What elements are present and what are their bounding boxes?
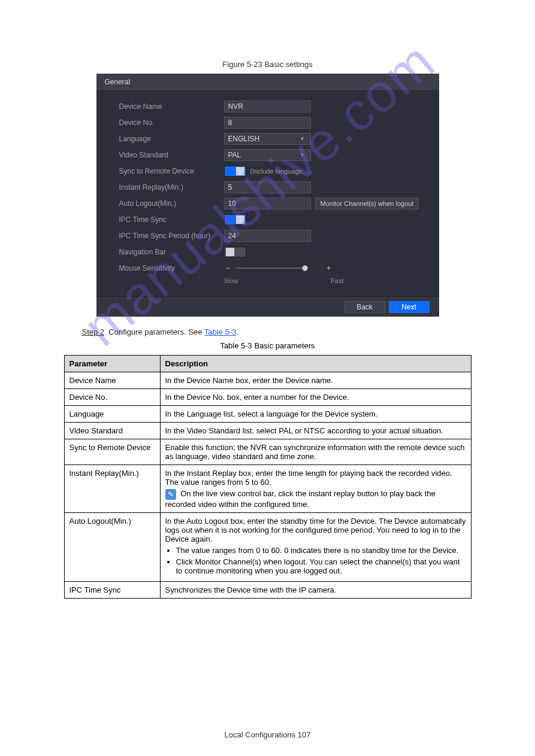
select-video-standard-value: PAL: [228, 151, 241, 159]
next-button[interactable]: Next: [389, 301, 430, 313]
plus-icon[interactable]: +: [325, 264, 333, 272]
slider-label-slow: Slow: [224, 277, 238, 284]
figure-caption: Figure 5-23 Basic settings: [0, 60, 535, 69]
slider-mouse-sensitivity[interactable]: [236, 264, 308, 272]
label-mouse-sensitivity: Mouse Sensitivity: [119, 264, 224, 272]
table-row: Instant Replay(Min.) In the Instant Repl…: [64, 465, 471, 513]
select-video-standard[interactable]: PAL ▼: [224, 149, 311, 161]
label-sync-remote: Sync to Remote Device: [119, 167, 224, 175]
note-icon: ✎: [165, 489, 176, 500]
table-row: Language In the Language list, select a …: [64, 406, 471, 423]
toggle-navigation-bar[interactable]: [224, 247, 246, 257]
panel-body: Device Name NVR Device No. 8 Language EN…: [96, 91, 439, 296]
label-navigation-bar: Navigation Bar: [119, 248, 224, 256]
th-description: Description: [160, 356, 471, 372]
panel-title: General: [96, 74, 439, 91]
label-instant-replay: Instant Replay(Min.): [119, 183, 224, 192]
table-row: Device Name In the Device Name box, ente…: [64, 372, 471, 389]
table-row: IPC Time Sync Synchronizes the Device ti…: [64, 582, 471, 599]
th-parameter: Parameter: [64, 356, 160, 372]
input-device-name[interactable]: NVR: [224, 101, 311, 113]
table-row: Auto Logout(Min.) In the Auto Logout box…: [64, 513, 471, 582]
label-language: Language: [119, 135, 224, 143]
nvr-general-panel: General Device Name NVR Device No. 8 Lan…: [96, 74, 439, 317]
page-footer: Local Configurations 107: [0, 730, 535, 739]
label-ipc-time-sync: IPC Time Sync: [119, 215, 224, 224]
hint-sync-remote: (Include language, …: [250, 168, 313, 175]
table-row: Video Standard In the Video Standard lis…: [64, 423, 471, 439]
chevron-down-icon: ▼: [298, 152, 307, 158]
table-caption: Table 5-3 Basic parameters: [0, 341, 535, 350]
label-device-no: Device No.: [119, 119, 224, 127]
table-5-3-link[interactable]: Table 5-3: [204, 327, 236, 336]
chevron-down-icon: ▼: [298, 136, 307, 142]
select-language[interactable]: ENGLISH ▼: [224, 133, 311, 145]
input-ipc-time-sync-period[interactable]: 24: [224, 230, 311, 242]
panel-footer: Back Next: [96, 296, 439, 317]
slider-label-fast: Fast: [331, 277, 343, 284]
label-auto-logout: Auto Logout(Min.): [119, 199, 224, 208]
back-button[interactable]: Back: [344, 301, 385, 313]
toggle-ipc-time-sync[interactable]: [224, 214, 246, 225]
input-instant-replay[interactable]: 5: [224, 181, 311, 193]
input-auto-logout[interactable]: 10: [224, 198, 311, 210]
monitor-channels-button[interactable]: Monitor Channel(s) when logout: [315, 198, 419, 210]
label-device-name: Device Name: [119, 102, 224, 111]
input-device-no[interactable]: 8: [224, 117, 311, 129]
table-row: Device No. In the Device No. box, enter …: [64, 389, 471, 406]
label-ipc-time-sync-period: IPC Time Sync Period (hour): [119, 232, 224, 240]
step-2-caption: Step 2 Configure parameters. See Table 5…: [82, 327, 454, 336]
minus-icon[interactable]: −: [224, 264, 232, 272]
toggle-sync-remote[interactable]: [224, 166, 246, 177]
table-row: Sync to Remote Device Enable this functi…: [64, 439, 471, 465]
basic-parameters-table: Parameter Description Device Name In the…: [64, 355, 471, 599]
label-video-standard: Video Standard: [119, 151, 224, 159]
select-language-value: ENGLISH: [228, 135, 260, 143]
